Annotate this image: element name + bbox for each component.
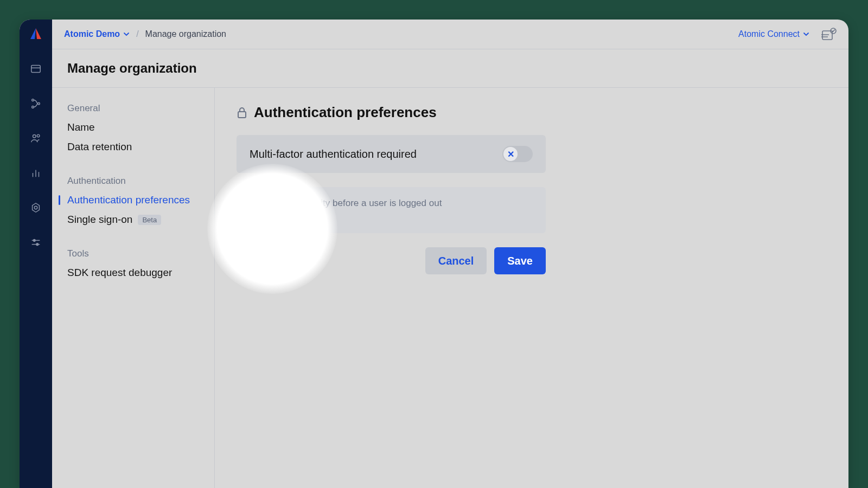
nav-settings-icon[interactable]: [29, 201, 43, 215]
svg-point-6: [37, 134, 40, 137]
page-title: Manage organization: [52, 49, 848, 88]
cancel-button[interactable]: Cancel: [425, 247, 487, 274]
settings-nav: General Name Data retention Authenticati…: [52, 88, 215, 488]
save-button[interactable]: Save: [494, 247, 546, 274]
svg-point-5: [33, 135, 36, 138]
nav-cards-icon[interactable]: [29, 62, 43, 76]
svg-point-11: [34, 206, 37, 209]
chevron-down-icon: [123, 31, 130, 37]
nav-analytics-icon[interactable]: [29, 166, 43, 180]
nav-item-sso-label: Single sign-on: [67, 214, 132, 226]
environment-selector[interactable]: Atomic Connect: [738, 29, 809, 39]
environment-label: Atomic Connect: [738, 29, 800, 39]
mfa-toggle[interactable]: ✕: [502, 146, 533, 162]
nav-item-name[interactable]: Name: [67, 121, 214, 133]
nav-item-data-retention[interactable]: Data retention: [67, 141, 214, 153]
nav-item-auth-preferences[interactable]: Authentication preferences: [59, 194, 214, 206]
nav-group-general: General: [67, 103, 214, 114]
app-logo-icon: [29, 27, 43, 41]
svg-point-4: [38, 102, 40, 105]
svg-point-3: [32, 106, 34, 108]
svg-point-2: [32, 99, 34, 101]
breadcrumb-page: Manage organization: [145, 29, 226, 39]
beta-badge: Beta: [138, 215, 161, 225]
nav-flows-icon[interactable]: [29, 97, 43, 111]
section-title: Authentication preferences: [254, 104, 437, 121]
lock-icon: [237, 107, 247, 119]
section-title-row: Authentication preferences: [237, 104, 827, 121]
breadcrumb-org[interactable]: Atomic Demo: [64, 29, 130, 39]
svg-rect-0: [31, 66, 41, 73]
chevron-down-icon: [803, 31, 809, 37]
svg-rect-20: [238, 112, 246, 118]
spotlight-highlight: [207, 164, 337, 294]
nav-preferences-icon[interactable]: [29, 235, 43, 249]
top-bar: Atomic Demo / Manage organization Atomic…: [52, 20, 848, 49]
toggle-off-icon: ✕: [503, 147, 518, 161]
breadcrumb-org-label: Atomic Demo: [64, 29, 120, 39]
svg-point-15: [36, 243, 39, 246]
nav-item-sdk-debugger[interactable]: SDK request debugger: [67, 267, 214, 279]
nav-users-icon[interactable]: [29, 131, 43, 145]
nav-item-sso[interactable]: Single sign-on Beta: [67, 214, 214, 226]
nav-group-authentication: Authentication: [67, 176, 214, 187]
icon-rail: [20, 20, 52, 488]
content-area: Authentication preferences Multi-factor …: [215, 88, 848, 488]
breadcrumb-separator: /: [136, 29, 138, 39]
status-icon[interactable]: [821, 28, 837, 41]
nav-group-tools: Tools: [67, 248, 214, 259]
svg-point-13: [33, 240, 35, 242]
mfa-label: Multi-factor authentication required: [250, 148, 417, 160]
app-window: Atomic Demo / Manage organization Atomic…: [20, 20, 848, 488]
svg-marker-10: [33, 203, 40, 213]
